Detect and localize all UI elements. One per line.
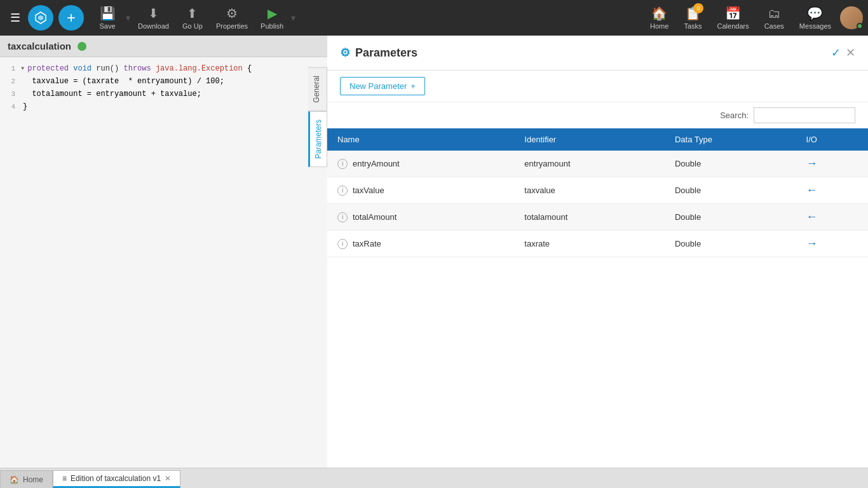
save-icon: 💾 (100, 6, 116, 21)
param-io (796, 151, 868, 177)
parameters-panel: ⚙ Parameters ✓ ✕ New Parameter + Search:… (327, 36, 868, 468)
tasks-badge-container: 📋 0 (685, 6, 701, 21)
param-datatype: Double (665, 204, 796, 231)
param-io (796, 204, 868, 231)
home-tab-label: Home (23, 475, 43, 484)
new-parameter-button[interactable]: New Parameter + (340, 77, 425, 95)
param-identifier: taxrate (514, 231, 665, 257)
parameters-table-body: ientryAmountentryamountDoubleitaxValueta… (327, 151, 868, 257)
col-datatype: Data Type (665, 128, 796, 151)
param-io (796, 231, 868, 257)
parameters-table: Name Identifier Data Type I/O ientryAmou… (327, 128, 868, 257)
edition-tab-label: Edition of taxcalculation v1 (71, 474, 161, 483)
publish-dropdown[interactable]: ▾ (291, 13, 295, 23)
online-status-dot (857, 23, 863, 29)
code-line-1: 1 ▾ protected void run() throws java.lan… (0, 62, 327, 75)
code-line-2: 2 taxvalue = (taxrate * entryamount) / 1… (0, 75, 327, 88)
editor-title-bar: taxcalculation (0, 36, 327, 57)
search-label: Search: (720, 111, 749, 120)
home-tab-icon: 🏠 (10, 475, 19, 484)
search-input[interactable] (754, 107, 855, 123)
param-datatype: Double (665, 151, 796, 177)
code-editor[interactable]: 1 ▾ protected void run() throws java.lan… (0, 57, 327, 468)
info-icon[interactable]: i (337, 159, 348, 169)
main-content: taxcalculation 1 ▾ protected void run() … (0, 36, 868, 468)
nav-messages[interactable]: 💬 Messages (793, 3, 837, 32)
col-name: Name (327, 128, 514, 151)
home-icon: 🏠 (651, 6, 667, 21)
table-row[interactable]: itaxRatetaxrateDouble (327, 231, 868, 257)
new-param-row: New Parameter + (327, 71, 868, 102)
download-action[interactable]: ⬇ Download (133, 3, 174, 32)
param-name: taxValue (353, 186, 384, 195)
table-header: Name Identifier Data Type I/O (327, 128, 868, 151)
bottom-tab-bar: 🏠 Home ≡ Edition of taxcalculation v1 ✕ (0, 468, 868, 488)
save-action[interactable]: 💾 Save (92, 3, 123, 32)
properties-action[interactable]: ⚙ Properties (211, 3, 253, 32)
go-up-icon: ⬆ (187, 6, 198, 21)
code-line-4: 4 } (0, 100, 327, 113)
param-identifier: entryamount (514, 151, 665, 177)
cases-icon: 🗂 (768, 6, 780, 21)
editor-title: taxcalculation (8, 41, 71, 51)
panel-close-button[interactable]: ✕ (846, 46, 855, 60)
download-icon: ⬇ (148, 6, 159, 21)
col-identifier: Identifier (514, 128, 665, 151)
logo (28, 5, 53, 30)
bottom-tab-edition[interactable]: ≡ Edition of taxcalculation v1 ✕ (53, 470, 180, 488)
side-tabs: General Parameters (308, 67, 327, 167)
publish-icon: ▶ (268, 6, 277, 21)
properties-icon: ⚙ (226, 6, 238, 21)
editor-status-indicator (78, 42, 86, 51)
bottom-tab-home[interactable]: 🏠 Home (0, 470, 53, 488)
col-io: I/O (796, 128, 868, 151)
table-row[interactable]: itaxValuetaxvalueDouble (327, 177, 868, 204)
info-icon[interactable]: i (337, 212, 348, 222)
go-up-action[interactable]: ⬆ Go Up (177, 3, 208, 32)
nav-cases[interactable]: 🗂 Cases (758, 4, 790, 32)
panel-title: ⚙ Parameters (340, 46, 417, 60)
search-row: Search: (327, 102, 868, 128)
add-button[interactable]: + (58, 5, 84, 30)
main-toolbar: ☰ + 💾 Save ▾ ⬇ Download ⬆ Go Up ⚙ Proper… (0, 0, 868, 36)
code-editor-panel: taxcalculation 1 ▾ protected void run() … (0, 36, 327, 468)
hamburger-menu[interactable]: ☰ (5, 6, 25, 30)
table-row[interactable]: itotalAmounttotalamountDouble (327, 204, 868, 231)
collapse-arrow-1[interactable]: ▾ (20, 62, 25, 75)
plus-icon: + (410, 81, 416, 91)
edition-tab-icon: ≡ (62, 474, 67, 483)
tab-general[interactable]: General (308, 67, 327, 111)
panel-confirm-button[interactable]: ✓ (831, 46, 841, 60)
nav-calendars[interactable]: 📅 Calendars (711, 3, 756, 32)
nav-home[interactable]: 🏠 Home (644, 3, 675, 32)
param-name: entryAmount (353, 159, 400, 168)
gear-icon: ⚙ (340, 46, 350, 60)
info-icon[interactable]: i (337, 239, 348, 249)
tab-parameters[interactable]: Parameters (308, 111, 327, 167)
code-line-3: 3 totalamount = entryamount + taxvalue; (0, 88, 327, 100)
io-arrow-left (806, 184, 818, 196)
table-row[interactable]: ientryAmountentryamountDouble (327, 151, 868, 177)
edition-tab-close[interactable]: ✕ (165, 474, 171, 483)
param-identifier: taxvalue (514, 177, 665, 204)
param-name: taxRate (353, 239, 381, 248)
calendars-icon: 📅 (725, 6, 741, 21)
param-datatype: Double (665, 177, 796, 204)
io-arrow-right (806, 237, 818, 250)
nav-tasks[interactable]: 📋 0 Tasks (677, 3, 708, 32)
io-arrow-left (806, 210, 818, 223)
param-datatype: Double (665, 231, 796, 257)
io-arrow-right (806, 157, 818, 170)
panel-header: ⚙ Parameters ✓ ✕ (327, 36, 868, 71)
param-io (796, 177, 868, 204)
panel-header-actions: ✓ ✕ (831, 46, 855, 60)
publish-action[interactable]: ▶ Publish (255, 3, 288, 32)
avatar-container[interactable] (840, 6, 863, 29)
nav-right: 🏠 Home 📋 0 Tasks 📅 Calendars 🗂 Cases 💬 M… (644, 3, 863, 32)
tasks-badge: 0 (693, 3, 703, 13)
info-icon[interactable]: i (337, 186, 348, 196)
messages-icon: 💬 (807, 6, 823, 21)
param-name: totalAmount (353, 212, 397, 222)
save-dropdown[interactable]: ▾ (126, 13, 130, 23)
param-identifier: totalamount (514, 204, 665, 231)
